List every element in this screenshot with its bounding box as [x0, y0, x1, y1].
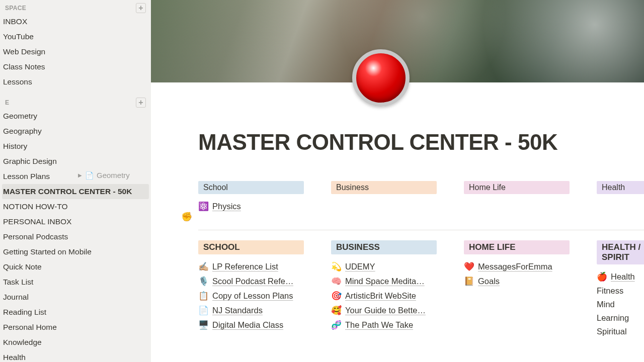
- main-content: MASTER CONTROL CENTER - 50K School⚛️Phys…: [151, 0, 644, 362]
- page-link[interactable]: ✍🏼LP Reference List: [198, 259, 304, 274]
- page-link-label: NJ Standards: [212, 306, 263, 315]
- sidebar-item[interactable]: Getting Started on Mobile: [2, 244, 149, 259]
- column-header[interactable]: Business: [331, 181, 437, 194]
- sidebar-item[interactable]: Reading List: [2, 305, 149, 320]
- page-link-icon: 💫: [331, 261, 341, 272]
- page-link-icon: ⚛️: [198, 201, 208, 212]
- page-link-label: Fitness: [597, 286, 623, 296]
- page-link-label: Health: [611, 272, 635, 282]
- sidebar-item[interactable]: Health: [2, 350, 149, 362]
- page-link[interactable]: ❤️MessagesForEmma: [464, 259, 570, 274]
- sidebar-item[interactable]: PERSONAL INBOX: [2, 214, 149, 229]
- page-link[interactable]: Spiritual: [597, 325, 644, 338]
- page-link-icon: 🎙️: [198, 276, 208, 287]
- sidebar-section-space: SPACE +: [2, 2, 149, 14]
- sidebar-item[interactable]: Geometry: [2, 109, 149, 124]
- page-link-icon: 🎯: [331, 291, 341, 301]
- column-header[interactable]: HOME LIFE: [464, 240, 570, 254]
- page-link[interactable]: 🧠Mind Space Medita…: [331, 274, 437, 289]
- sidebar-item[interactable]: YouTube: [2, 29, 149, 44]
- page-link-label: Spiritual: [597, 327, 627, 336]
- page-emoji-icon[interactable]: [352, 49, 410, 107]
- page-link[interactable]: 💫UDEMY: [331, 259, 437, 274]
- column: BUSINESS💫UDEMY🧠Mind Space Medita…🎯Artist…: [331, 240, 437, 338]
- sidebar-item[interactable]: Geography: [2, 124, 149, 139]
- page-link[interactable]: 🎯ArtisticBrit WebSite: [331, 289, 437, 303]
- column-header[interactable]: BUSINESS: [331, 240, 437, 254]
- page-link-label: LP Reference List: [212, 262, 278, 272]
- sidebar-item[interactable]: History: [2, 139, 149, 154]
- column-header[interactable]: HEALTH / SPIRIT: [597, 240, 644, 264]
- sidebar-item[interactable]: Web Design: [2, 44, 149, 59]
- page-link-icon: 📔: [464, 276, 474, 287]
- page-link[interactable]: 📋Copy of Lesson Plans: [198, 289, 304, 303]
- page-link-icon: 🥰: [331, 305, 341, 316]
- page-link[interactable]: 🖥️Digital Media Class: [198, 318, 304, 332]
- sidebar-section-label: E: [5, 99, 9, 106]
- page-link-icon: 📄: [198, 305, 208, 316]
- page-link[interactable]: 🍎Health: [597, 269, 644, 284]
- page-link-label: Learning: [597, 313, 629, 323]
- page-link-label: UDEMY: [345, 262, 375, 272]
- column: HEALTH / SPIRIT🍎HealthFitnessMindLearnin…: [597, 240, 644, 338]
- page-link-label: Goals: [478, 277, 500, 286]
- sidebar-item[interactable]: Graphic Design: [2, 154, 149, 169]
- add-page-icon[interactable]: +: [136, 98, 146, 108]
- sidebar-item[interactable]: INBOX: [2, 14, 149, 29]
- sidebar-item[interactable]: Journal: [2, 290, 149, 305]
- page-link[interactable]: ⚛️Physics: [198, 199, 304, 214]
- sidebar-section-label: SPACE: [5, 5, 26, 12]
- page-title[interactable]: MASTER CONTROL CENTER - 50K: [198, 130, 644, 155]
- page-link[interactable]: 🎙️Scool Podcast Refe…: [198, 274, 304, 289]
- page-link-label: Mind: [597, 300, 615, 309]
- sidebar-item[interactable]: Personal Podcasts: [2, 229, 149, 244]
- sidebar-item[interactable]: NOTION HOW-TO: [2, 199, 149, 214]
- page-link-label: MessagesForEmma: [478, 262, 552, 272]
- page-link-icon: ✍🏼: [198, 261, 208, 272]
- page-link-label: Scool Podcast Refe…: [212, 277, 293, 286]
- add-page-icon[interactable]: +: [136, 3, 146, 13]
- column-header[interactable]: School: [198, 181, 304, 194]
- column: Business: [331, 181, 437, 214]
- page-link-icon: 📋: [198, 291, 208, 301]
- page-link-label: Your Guide to Bette…: [345, 306, 426, 315]
- sidebar-item[interactable]: Personal Home: [2, 320, 149, 335]
- page-link[interactable]: 📔Goals: [464, 274, 570, 289]
- column: Health: [597, 181, 644, 214]
- sidebar-item[interactable]: Task List: [2, 275, 149, 290]
- sidebar-item[interactable]: Class Notes: [2, 59, 149, 74]
- page-link[interactable]: Learning: [597, 311, 644, 325]
- page-link[interactable]: Fitness: [597, 284, 644, 298]
- page-link-icon: 🧬: [331, 320, 341, 330]
- page-link-label: Physics: [212, 202, 241, 211]
- page-link-icon: 🖥️: [198, 320, 208, 330]
- page-link[interactable]: Mind: [597, 298, 644, 311]
- page-link[interactable]: 🥰Your Guide to Bette…: [331, 303, 437, 318]
- column-header[interactable]: Home Life: [464, 181, 570, 194]
- page-link-label: Mind Space Medita…: [345, 277, 425, 286]
- page-link-icon: 🧠: [331, 276, 341, 287]
- page-link[interactable]: 🧬The Path We Take: [331, 318, 437, 332]
- page-link-label: Digital Media Class: [212, 320, 283, 330]
- sidebar-item[interactable]: Quick Note: [2, 259, 149, 275]
- column-header[interactable]: Health: [597, 181, 644, 194]
- sidebar-item[interactable]: MASTER CONTROL CENTER - 50K: [2, 184, 149, 199]
- sidebar-item[interactable]: Lessons: [2, 74, 149, 89]
- page-link-label: ArtisticBrit WebSite: [345, 291, 416, 301]
- page-link-icon: 🍎: [597, 272, 607, 282]
- sidebar-section-private: E +: [2, 97, 149, 109]
- sidebar-item[interactable]: Knowledge: [2, 335, 149, 350]
- sidebar: SPACE + INBOXYouTubeWeb DesignClass Note…: [0, 0, 151, 362]
- sidebar-item[interactable]: Lesson Plans: [2, 169, 149, 184]
- page-link-label: Copy of Lesson Plans: [212, 291, 293, 301]
- page-link-label: The Path We Take: [345, 320, 413, 330]
- page-link[interactable]: 📄NJ Standards: [198, 303, 304, 318]
- column: SCHOOL✍🏼LP Reference List🎙️Scool Podcast…: [198, 240, 304, 338]
- divider: [198, 230, 644, 230]
- column-header[interactable]: SCHOOL: [198, 240, 304, 254]
- column: HOME LIFE❤️MessagesForEmma📔Goals: [464, 240, 570, 338]
- column: School⚛️Physics: [198, 181, 304, 214]
- page-link-icon: ❤️: [464, 261, 474, 272]
- column: Home Life: [464, 181, 570, 214]
